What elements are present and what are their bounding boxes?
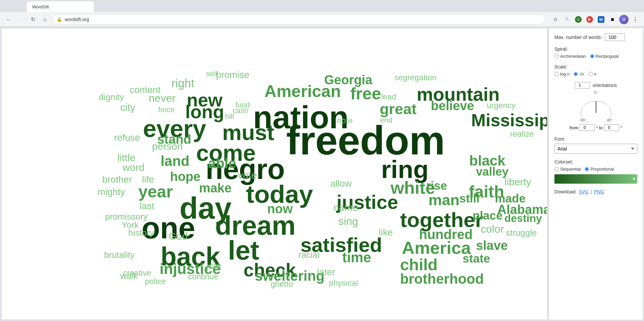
word-cloud: freedomnegroringnationdreamonedaytodayle… <box>2 29 547 319</box>
colorset-dropdown-icon: ▼ <box>632 177 636 181</box>
word-sing: sing <box>338 216 358 227</box>
word-land: land <box>161 154 190 168</box>
scale-logn-label: log n <box>560 72 570 77</box>
word-God: God <box>169 231 188 241</box>
word-cash: cash <box>233 107 248 114</box>
word-segregation: segregation <box>394 74 436 82</box>
scale-sqrtn-option[interactable]: √n <box>574 72 584 77</box>
word-brutality: brutality <box>104 250 135 259</box>
word-allow: allow <box>330 179 352 188</box>
word-last: last <box>140 201 154 211</box>
extensions-icon[interactable]: ■ <box>608 15 617 24</box>
scale-n-option[interactable]: n <box>588 72 596 77</box>
extension-green-icon[interactable]: G <box>574 15 583 24</box>
orientations-input[interactable] <box>575 82 590 89</box>
to-input[interactable] <box>604 124 619 131</box>
back-button[interactable]: ← <box>4 15 13 24</box>
colorset-options: Sequential Proportional <box>554 167 637 172</box>
download-pipe: | <box>591 189 592 194</box>
word-man: man <box>429 192 460 208</box>
word-lead: lead <box>381 93 396 101</box>
spiral-rectangular-option[interactable]: Rectangular <box>590 54 619 59</box>
max-words-input[interactable] <box>605 34 625 41</box>
from-label: from <box>570 125 578 130</box>
max-words-label: Max. number of words: <box>554 35 602 40</box>
colorset-proportional-radio[interactable] <box>585 167 589 171</box>
word-hope: hope <box>170 170 201 183</box>
scale-logn-radio[interactable] <box>554 72 559 76</box>
download-svg-link[interactable]: SVG <box>579 189 589 194</box>
profile-avatar[interactable]: U <box>619 15 629 24</box>
browser-tab[interactable]: WordSift <box>27 1 94 12</box>
address-text: wordsift.org <box>65 17 89 22</box>
colorset-sequential-option[interactable]: Sequential <box>554 167 581 172</box>
spiral-archimedean-label: Archimedean <box>560 54 586 59</box>
menu-icon[interactable]: ⋮ <box>631 15 640 24</box>
word-must: must <box>222 122 274 143</box>
extension-red-icon[interactable]: ▶ <box>585 15 594 24</box>
word-child: child <box>400 257 438 273</box>
word-cloud-area: freedomnegroringnationdreamonedaytodayle… <box>1 28 547 320</box>
orientation-circle-container: -90° 90° <box>579 96 613 123</box>
angle-left-label: -90° <box>579 118 586 122</box>
word-life: life <box>142 175 154 184</box>
word-brotherhood: brotherhood <box>400 272 484 286</box>
scale-n-label: n <box>594 72 596 77</box>
forward-button[interactable]: → <box>16 15 25 24</box>
extension-pencil-icon[interactable]: ✎ <box>562 15 572 24</box>
word-police: police <box>145 277 166 285</box>
colorset-sequential-radio[interactable] <box>554 167 559 171</box>
scale-n-radio[interactable] <box>588 72 593 76</box>
nav-bar: ← → ↻ ⌂ 🔒 wordsift.org ☆ ✎ G ▶ W ■ U ⋮ <box>0 12 644 27</box>
word-year: year <box>138 183 173 200</box>
word-never: never <box>149 93 175 103</box>
font-section: Font: Arial Times New Roman Courier <box>554 136 637 154</box>
word-ghetto: ghetto <box>271 280 293 288</box>
spiral-rectangular-radio[interactable] <box>590 54 594 58</box>
spiral-archimedean-radio[interactable] <box>554 54 559 58</box>
colorset-proportional-option[interactable]: Proportional <box>585 167 614 172</box>
degree-sign: ° <box>621 125 622 130</box>
word-state: state <box>463 253 490 264</box>
word-color: color <box>481 224 504 234</box>
download-png-link[interactable]: PNG <box>594 189 604 194</box>
scale-options: log n √n n <box>554 72 637 77</box>
nav-icons: ☆ ✎ G ▶ W ■ U ⋮ <box>551 15 640 24</box>
colorset-section: Colorset: Sequential Proportional ▼ <box>554 159 637 184</box>
security-icon: 🔒 <box>57 17 62 22</box>
font-label: Font: <box>554 136 637 142</box>
font-select[interactable]: Arial Times New Roman Courier <box>554 144 637 154</box>
word-little: little <box>117 153 135 163</box>
word-liberty: liberty <box>504 177 531 187</box>
scale-logn-option[interactable]: log n <box>554 72 570 77</box>
address-bar[interactable]: 🔒 wordsift.org <box>52 14 545 25</box>
word-realize: realize <box>510 130 534 138</box>
word-brother: brother <box>102 175 132 184</box>
colorset-gradient[interactable]: ▼ <box>554 174 637 184</box>
word-refuse: refuse <box>114 133 140 142</box>
tab-bar: WordSift <box>0 0 644 12</box>
word-hundred: hundred <box>419 228 473 241</box>
angle-right-label: 90° <box>607 118 613 122</box>
reload-button[interactable]: ↻ <box>28 15 38 24</box>
spiral-archimedean-option[interactable]: Archimedean <box>554 54 586 59</box>
main-content: freedomnegroringnationdreamonedaytodayle… <box>0 27 644 321</box>
home-button[interactable]: ⌂ <box>40 15 50 24</box>
word-note: note <box>337 117 353 125</box>
orientations-label: orientations <box>593 83 617 88</box>
word-right: right <box>171 77 194 89</box>
word-make: make <box>199 182 231 194</box>
word-valley: valley <box>476 166 508 177</box>
tab-title: WordSift <box>32 4 49 9</box>
word-time: time <box>342 250 371 265</box>
scale-sqrtn-radio[interactable] <box>574 72 578 76</box>
word-promise: promise <box>216 70 250 80</box>
bookmark-icon[interactable]: ☆ <box>551 15 560 24</box>
download-label: Download: <box>554 189 577 194</box>
word-continue: continue <box>188 273 219 281</box>
extension-word-icon[interactable]: W <box>596 15 606 24</box>
from-input[interactable] <box>580 124 595 131</box>
scale-section: Scale: log n √n n <box>554 64 637 77</box>
word-American: American <box>264 83 341 100</box>
word-racial: racial <box>299 250 319 259</box>
